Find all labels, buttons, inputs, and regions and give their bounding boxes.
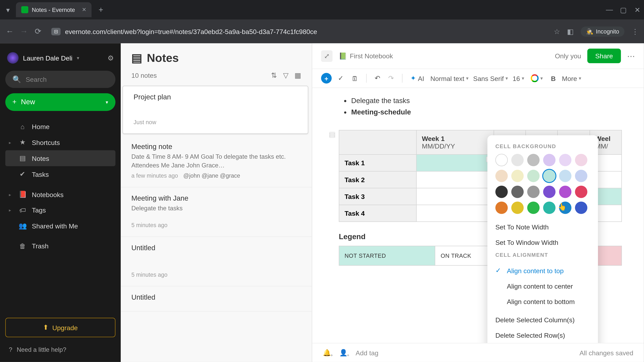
color-swatch[interactable] <box>495 170 508 182</box>
ctx-set-note-width[interactable]: Set To Note Width <box>487 219 598 235</box>
color-swatch[interactable] <box>575 186 587 198</box>
sidebar-item-trash[interactable]: 🗑 Trash <box>5 238 116 254</box>
bookmark-icon[interactable]: ☆ <box>554 27 560 35</box>
filter-icon[interactable]: ▽ <box>283 71 288 80</box>
chrome-menu-icon[interactable]: ⋮ <box>632 27 639 35</box>
site-info-icon[interactable]: ⊟ <box>51 28 60 35</box>
user-menu[interactable]: Lauren Dale Deli ▾ ⚙ <box>5 49 116 67</box>
table-drag-handle-icon[interactable]: ⋮⋮ <box>329 132 335 138</box>
color-swatch[interactable] <box>575 154 587 166</box>
color-swatch[interactable] <box>527 154 540 166</box>
close-tab-icon[interactable]: × <box>82 6 86 13</box>
task-row-label[interactable]: Task 1 <box>339 155 416 171</box>
note-list-item[interactable]: Untitled <box>121 286 312 311</box>
color-swatch[interactable] <box>495 186 508 198</box>
color-swatch[interactable] <box>495 202 508 214</box>
insert-button[interactable]: + <box>321 73 332 83</box>
bullet-list[interactable]: Delegate the tasks Meeting-schedule <box>339 95 626 118</box>
color-swatch[interactable] <box>559 202 572 214</box>
sidebar-item-notes[interactable]: ▤ Notes <box>5 150 116 166</box>
notebook-selector[interactable]: 📗 First Notebook <box>339 52 393 60</box>
forward-button[interactable]: → <box>20 27 28 36</box>
task-icon[interactable]: ✓ <box>336 72 345 84</box>
color-swatch[interactable] <box>495 154 508 166</box>
minimize-icon[interactable]: — <box>606 5 612 14</box>
browser-tab[interactable]: Notes - Evernote × <box>16 2 92 17</box>
color-swatch[interactable] <box>559 170 572 182</box>
color-swatch[interactable] <box>559 154 572 166</box>
address-bar[interactable]: ⊟ evernote.com/client/web?login=true#/no… <box>48 28 548 35</box>
add-person-icon[interactable]: 👤+ <box>339 349 348 357</box>
ctx-align-bottom[interactable]: Align content to bottom <box>487 294 598 309</box>
table-cell[interactable] <box>416 205 494 222</box>
color-swatch[interactable] <box>511 186 524 198</box>
color-swatch[interactable] <box>527 170 540 182</box>
side-panel-icon[interactable]: ◧ <box>567 27 574 35</box>
sidebar-item-shared[interactable]: 👥 Shared with Me <box>5 218 116 234</box>
note-list-item[interactable]: Project plan Just now <box>122 86 308 134</box>
expand-note-icon[interactable]: ⤢ <box>321 50 332 62</box>
note-list-item[interactable]: Untitled 5 minutes ago <box>121 237 312 286</box>
ctx-align-center[interactable]: Align content to center <box>487 279 598 294</box>
ctx-set-window-width[interactable]: Set To Window Width <box>487 235 598 250</box>
note-more-menu-icon[interactable]: ⋯ <box>627 51 635 61</box>
table-cell[interactable]: ▾ <box>416 155 494 171</box>
table-cell[interactable] <box>416 171 494 188</box>
sidebar-item-home[interactable]: ⌂ Home <box>5 119 116 134</box>
sidebar-item-notebooks[interactable]: ▸📕 Notebooks <box>5 187 116 202</box>
ctx-delete-columns[interactable]: Delete Selected Column(s) <box>487 312 598 328</box>
more-formatting-button[interactable]: More▾ <box>562 74 582 82</box>
color-swatch[interactable] <box>575 202 587 214</box>
color-swatch[interactable] <box>511 170 524 182</box>
back-button[interactable]: ← <box>5 27 14 36</box>
new-tab-button[interactable]: + <box>95 3 107 16</box>
redo-icon[interactable]: ↷ <box>386 72 396 84</box>
reminder-icon[interactable]: 🔔+ <box>323 349 331 357</box>
color-swatch[interactable] <box>543 202 556 214</box>
close-window-icon[interactable]: ✕ <box>634 5 640 14</box>
bullet-item[interactable]: Delegate the tasks <box>351 95 626 106</box>
calendar-icon[interactable]: 🗓 <box>350 73 360 84</box>
settings-gear-icon[interactable]: ⚙ <box>108 54 114 62</box>
new-button[interactable]: + New ▾ <box>5 93 116 111</box>
task-row-label[interactable]: Task 3 <box>339 188 416 205</box>
sidebar-item-tags[interactable]: ▸🏷 Tags <box>5 202 116 218</box>
color-swatch[interactable] <box>527 202 540 214</box>
task-row-label[interactable]: Task 2 <box>339 171 416 188</box>
reload-button[interactable]: ⟳ <box>34 26 42 36</box>
color-swatch[interactable] <box>527 186 540 198</box>
bullet-item[interactable]: Meeting-schedule <box>351 106 626 117</box>
sidebar-item-tasks[interactable]: ✔ Tasks <box>5 166 116 182</box>
color-swatch[interactable] <box>543 154 556 166</box>
color-swatch[interactable] <box>511 202 524 214</box>
note-list-item[interactable]: Meeting note Date & Time 8 AM- 9 AM Goal… <box>121 136 312 188</box>
ctx-align-top[interactable]: ✓Align content to top <box>487 263 598 279</box>
share-button[interactable]: Share <box>587 49 621 63</box>
editor-body[interactable]: Delegate the tasks Meeting-schedule ⋮⋮ W… <box>312 88 644 343</box>
bold-button[interactable]: B <box>549 73 558 84</box>
view-mode-icon[interactable]: ▦ <box>294 71 301 80</box>
task-row-label[interactable]: Task 4 <box>339 205 416 222</box>
font-family-select[interactable]: Sans Serif▾ <box>473 74 508 82</box>
text-color-button[interactable]: ▾ <box>529 72 545 84</box>
note-list-item[interactable]: Meeting with Jane Delegate the tasks 5 m… <box>121 188 312 237</box>
upgrade-button[interactable]: ⬆ Upgrade <box>5 318 116 337</box>
add-tag-button[interactable]: Add tag <box>356 349 378 357</box>
maximize-icon[interactable]: ▢ <box>620 5 626 14</box>
color-swatch[interactable] <box>543 186 556 198</box>
tabs-dropdown[interactable]: ▾ <box>4 5 12 14</box>
legend-cell[interactable]: NOT STARTED <box>339 246 435 266</box>
sidebar-item-shortcuts[interactable]: ▸★ Shortcuts <box>5 134 116 150</box>
sort-icon[interactable]: ⇅ <box>271 71 277 80</box>
search-input[interactable]: 🔍 Search <box>5 71 116 88</box>
incognito-badge[interactable]: 🕵 Incognito <box>581 26 624 36</box>
color-swatch[interactable] <box>511 154 524 166</box>
font-size-select[interactable]: 16▾ <box>512 74 524 82</box>
ctx-delete-rows[interactable]: Delete Selected Row(s) <box>487 328 598 343</box>
help-link[interactable]: ? Need a little help? <box>5 343 116 357</box>
color-swatch[interactable] <box>575 170 587 182</box>
color-swatch[interactable] <box>543 170 556 182</box>
undo-icon[interactable]: ↶ <box>373 72 382 84</box>
ai-button[interactable]: ✦AI <box>409 72 426 84</box>
paragraph-style-select[interactable]: Normal text▾ <box>430 74 469 82</box>
